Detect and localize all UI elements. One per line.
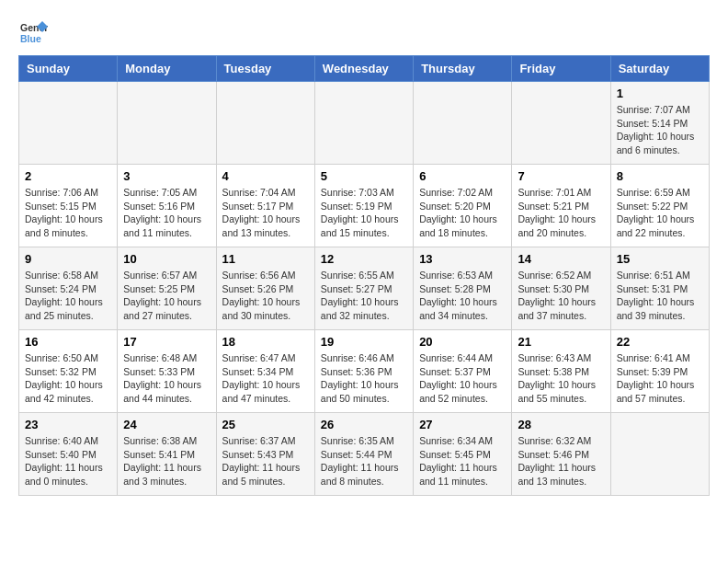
- day-number: 4: [222, 169, 309, 183]
- calendar-cell: [314, 82, 413, 165]
- day-info: Sunrise: 6:53 AM Sunset: 5:28 PM Dayligh…: [419, 269, 506, 323]
- header-section: General Blue: [18, 18, 710, 46]
- calendar-cell: 26Sunrise: 6:35 AM Sunset: 5:44 PM Dayli…: [314, 413, 413, 496]
- calendar-cell: 11Sunrise: 6:56 AM Sunset: 5:26 PM Dayli…: [216, 247, 314, 330]
- calendar-week-4: 16Sunrise: 6:50 AM Sunset: 5:32 PM Dayli…: [19, 330, 710, 413]
- day-number: 27: [419, 418, 506, 431]
- calendar-week-2: 2Sunrise: 7:06 AM Sunset: 5:15 PM Daylig…: [19, 165, 710, 247]
- logo-icon: General Blue: [20, 18, 48, 46]
- calendar-cell: 16Sunrise: 6:50 AM Sunset: 5:32 PM Dayli…: [19, 330, 118, 413]
- day-number: 11: [222, 252, 309, 266]
- calendar-cell: 9Sunrise: 6:58 AM Sunset: 5:24 PM Daylig…: [19, 247, 118, 330]
- calendar-cell: 24Sunrise: 6:38 AM Sunset: 5:41 PM Dayli…: [118, 413, 216, 496]
- day-number: 20: [419, 335, 506, 349]
- calendar-cell: 3Sunrise: 7:05 AM Sunset: 5:16 PM Daylig…: [118, 165, 216, 247]
- day-number: 8: [617, 169, 703, 183]
- calendar-cell: 23Sunrise: 6:40 AM Sunset: 5:40 PM Dayli…: [19, 413, 118, 496]
- calendar-cell: 10Sunrise: 6:57 AM Sunset: 5:25 PM Dayli…: [118, 247, 216, 330]
- day-number: 13: [419, 252, 506, 266]
- day-info: Sunrise: 6:40 AM Sunset: 5:40 PM Dayligh…: [25, 434, 111, 488]
- calendar-cell: 6Sunrise: 7:02 AM Sunset: 5:20 PM Daylig…: [414, 165, 512, 247]
- day-info: Sunrise: 6:47 AM Sunset: 5:34 PM Dayligh…: [222, 351, 309, 406]
- calendar-cell: 7Sunrise: 7:01 AM Sunset: 5:21 PM Daylig…: [512, 165, 610, 247]
- calendar-cell: 20Sunrise: 6:44 AM Sunset: 5:37 PM Dayli…: [414, 330, 512, 413]
- calendar-cell: 13Sunrise: 6:53 AM Sunset: 5:28 PM Dayli…: [414, 247, 512, 330]
- day-info: Sunrise: 7:02 AM Sunset: 5:20 PM Dayligh…: [419, 186, 506, 240]
- calendar-cell: [118, 82, 216, 165]
- day-number: 3: [123, 169, 210, 183]
- calendar-cell: 19Sunrise: 6:46 AM Sunset: 5:36 PM Dayli…: [314, 330, 413, 413]
- logo: General Blue: [18, 18, 48, 46]
- calendar-cell: 2Sunrise: 7:06 AM Sunset: 5:15 PM Daylig…: [19, 165, 118, 247]
- calendar-cell: 25Sunrise: 6:37 AM Sunset: 5:43 PM Dayli…: [216, 413, 314, 496]
- day-number: 21: [518, 335, 604, 349]
- day-info: Sunrise: 6:38 AM Sunset: 5:41 PM Dayligh…: [123, 434, 210, 488]
- calendar-cell: 15Sunrise: 6:51 AM Sunset: 5:31 PM Dayli…: [610, 247, 709, 330]
- calendar-week-3: 9Sunrise: 6:58 AM Sunset: 5:24 PM Daylig…: [19, 247, 710, 330]
- day-number: 14: [518, 252, 604, 266]
- day-number: 18: [222, 335, 309, 349]
- calendar-cell: 8Sunrise: 6:59 AM Sunset: 5:22 PM Daylig…: [610, 165, 709, 247]
- calendar-cell: 22Sunrise: 6:41 AM Sunset: 5:39 PM Dayli…: [610, 330, 709, 413]
- day-number: 6: [419, 169, 506, 183]
- header-day-sunday: Sunday: [19, 56, 118, 82]
- day-number: 10: [123, 252, 210, 266]
- svg-text:Blue: Blue: [20, 33, 41, 44]
- day-info: Sunrise: 6:44 AM Sunset: 5:37 PM Dayligh…: [419, 351, 506, 406]
- day-info: Sunrise: 7:06 AM Sunset: 5:15 PM Dayligh…: [25, 186, 111, 240]
- day-number: 22: [617, 335, 703, 349]
- calendar-table: SundayMondayTuesdayWednesdayThursdayFrid…: [18, 55, 710, 496]
- calendar-week-5: 23Sunrise: 6:40 AM Sunset: 5:40 PM Dayli…: [19, 413, 710, 496]
- calendar-cell: 5Sunrise: 7:03 AM Sunset: 5:19 PM Daylig…: [314, 165, 413, 247]
- day-info: Sunrise: 6:56 AM Sunset: 5:26 PM Dayligh…: [222, 269, 309, 323]
- day-info: Sunrise: 6:48 AM Sunset: 5:33 PM Dayligh…: [123, 351, 210, 406]
- calendar-cell: [512, 82, 610, 165]
- header-day-monday: Monday: [118, 56, 216, 82]
- day-number: 19: [321, 335, 407, 349]
- day-number: 9: [25, 252, 111, 266]
- calendar-cell: [19, 82, 118, 165]
- calendar-cell: [610, 413, 709, 496]
- day-number: 26: [321, 418, 407, 431]
- day-number: 17: [123, 335, 210, 349]
- day-info: Sunrise: 6:50 AM Sunset: 5:32 PM Dayligh…: [25, 351, 111, 406]
- header-day-wednesday: Wednesday: [314, 56, 413, 82]
- day-info: Sunrise: 7:01 AM Sunset: 5:21 PM Dayligh…: [518, 186, 604, 240]
- day-info: Sunrise: 6:57 AM Sunset: 5:25 PM Dayligh…: [123, 269, 210, 323]
- calendar-cell: 28Sunrise: 6:32 AM Sunset: 5:46 PM Dayli…: [512, 413, 610, 496]
- calendar-header-row: SundayMondayTuesdayWednesdayThursdayFrid…: [19, 56, 710, 82]
- header-day-tuesday: Tuesday: [216, 56, 314, 82]
- calendar-cell: 14Sunrise: 6:52 AM Sunset: 5:30 PM Dayli…: [512, 247, 610, 330]
- day-number: 7: [518, 169, 604, 183]
- day-info: Sunrise: 7:04 AM Sunset: 5:17 PM Dayligh…: [222, 186, 309, 240]
- day-info: Sunrise: 6:59 AM Sunset: 5:22 PM Dayligh…: [617, 186, 703, 240]
- calendar-cell: 12Sunrise: 6:55 AM Sunset: 5:27 PM Dayli…: [314, 247, 413, 330]
- calendar-cell: 17Sunrise: 6:48 AM Sunset: 5:33 PM Dayli…: [118, 330, 216, 413]
- day-number: 1: [617, 86, 703, 100]
- day-info: Sunrise: 7:03 AM Sunset: 5:19 PM Dayligh…: [321, 186, 407, 240]
- day-info: Sunrise: 6:55 AM Sunset: 5:27 PM Dayligh…: [321, 269, 407, 323]
- day-info: Sunrise: 6:32 AM Sunset: 5:46 PM Dayligh…: [518, 434, 604, 488]
- day-number: 2: [25, 169, 111, 183]
- day-info: Sunrise: 6:51 AM Sunset: 5:31 PM Dayligh…: [617, 269, 703, 323]
- day-number: 15: [617, 252, 703, 266]
- day-info: Sunrise: 6:34 AM Sunset: 5:45 PM Dayligh…: [419, 434, 506, 488]
- day-number: 16: [25, 335, 111, 349]
- calendar-week-1: 1Sunrise: 7:07 AM Sunset: 5:14 PM Daylig…: [19, 82, 710, 165]
- calendar-cell: 18Sunrise: 6:47 AM Sunset: 5:34 PM Dayli…: [216, 330, 314, 413]
- day-info: Sunrise: 7:07 AM Sunset: 5:14 PM Dayligh…: [617, 103, 703, 157]
- header-day-friday: Friday: [512, 56, 610, 82]
- day-info: Sunrise: 6:35 AM Sunset: 5:44 PM Dayligh…: [321, 434, 407, 488]
- day-info: Sunrise: 6:46 AM Sunset: 5:36 PM Dayligh…: [321, 351, 407, 406]
- header-day-saturday: Saturday: [610, 56, 709, 82]
- calendar-cell: 21Sunrise: 6:43 AM Sunset: 5:38 PM Dayli…: [512, 330, 610, 413]
- calendar-cell: 27Sunrise: 6:34 AM Sunset: 5:45 PM Dayli…: [414, 413, 512, 496]
- day-info: Sunrise: 6:43 AM Sunset: 5:38 PM Dayligh…: [518, 351, 604, 406]
- day-info: Sunrise: 6:41 AM Sunset: 5:39 PM Dayligh…: [617, 351, 703, 406]
- day-number: 23: [25, 418, 111, 431]
- day-number: 12: [321, 252, 407, 266]
- day-number: 25: [222, 418, 309, 431]
- day-info: Sunrise: 6:52 AM Sunset: 5:30 PM Dayligh…: [518, 269, 604, 323]
- calendar-cell: [216, 82, 314, 165]
- day-info: Sunrise: 7:05 AM Sunset: 5:16 PM Dayligh…: [123, 186, 210, 240]
